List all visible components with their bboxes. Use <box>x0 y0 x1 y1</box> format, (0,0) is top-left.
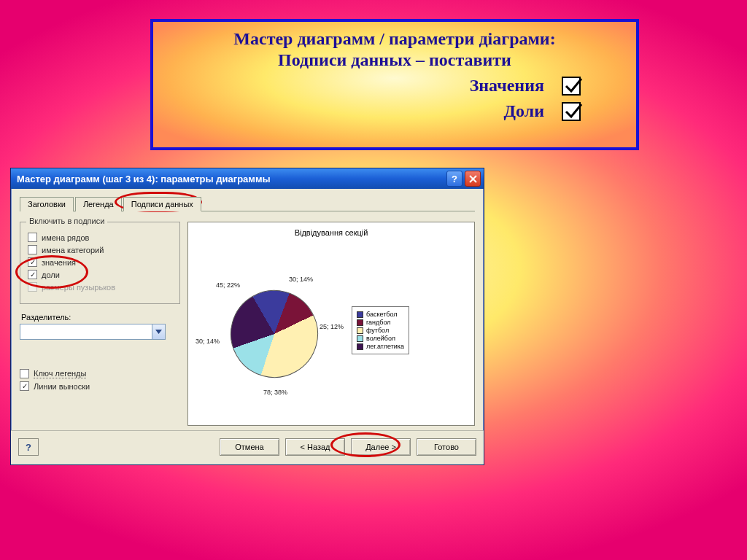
opt-leader-lines[interactable]: ✓ Линии выноски <box>20 381 180 391</box>
opt-bubble-sizes: размеры пузырьков <box>28 282 172 292</box>
titlebar-close-button[interactable] <box>465 171 481 187</box>
titlebar: Мастер диаграмм (шаг 3 из 4): параметры … <box>11 168 484 189</box>
opt-leader-label: Линии выноски <box>34 382 90 391</box>
tab-legend[interactable]: Легенда <box>75 197 122 211</box>
opt-categ-label: имена категорий <box>42 246 104 254</box>
chart-wizard-dialog: Мастер диаграмм (шаг 3 из 4): параметры … <box>10 168 484 465</box>
panel-pct-checkbox <box>562 102 581 121</box>
slice-label: 30; 14% <box>289 276 313 283</box>
include-labels-group: Включить в подписи имена рядов имена кат… <box>20 222 180 304</box>
slice-label: 25; 12% <box>320 323 344 330</box>
help-button[interactable]: ? <box>18 438 39 456</box>
opt-values-label: значения <box>42 258 76 267</box>
legend: баскетбол гандбол футбол волейбол лег.ат… <box>352 306 409 354</box>
legend-item: лег.атлетика <box>366 343 404 350</box>
dialog-title: Мастер диаграмм (шаг 3 из 4): параметры … <box>17 174 444 184</box>
checkbox-icon <box>28 233 37 242</box>
panel-values-label: Значения <box>442 76 544 96</box>
legend-item: футбол <box>366 327 389 334</box>
opt-series-label: имена рядов <box>42 233 89 242</box>
panel-line2: Подписи данных – поставити <box>165 50 624 70</box>
instruction-panel: Мастер диаграмм / параметри діаграми: По… <box>150 19 639 150</box>
legend-item: гандбол <box>366 319 391 326</box>
slice-label: 45; 22% <box>216 281 240 289</box>
checkbox-icon <box>28 245 37 254</box>
panel-values-checkbox <box>562 77 581 96</box>
checkbox-icon: ✓ <box>28 257 37 267</box>
opt-percent[interactable]: ✓ доли <box>28 270 172 279</box>
checkbox-icon <box>28 282 37 292</box>
opt-legend-key-label: Ключ легенды <box>34 369 86 378</box>
tab-data-labels[interactable]: Подписи данных <box>123 197 201 211</box>
panel-row-values: Значения <box>165 76 624 96</box>
pie-chart: 30; 14% 25; 12% 78; 38% 30; 14% 45; 22% <box>194 254 347 407</box>
swatch <box>357 327 363 334</box>
checkbox-icon <box>20 369 29 378</box>
opt-bubble-label: размеры пузырьков <box>42 283 115 292</box>
separator-label: Разделитель: <box>21 313 180 322</box>
swatch <box>357 343 363 350</box>
opt-category-names[interactable]: имена категорий <box>28 245 172 254</box>
swatch <box>357 319 363 326</box>
opt-values[interactable]: ✓ значения <box>28 257 172 267</box>
svg-text:?: ? <box>26 442 31 453</box>
titlebar-help-button[interactable]: ? <box>446 171 462 187</box>
chart-preview: Відвідування секцій 30; 14% 25; 12% 78; … <box>187 222 475 426</box>
swatch <box>357 311 363 318</box>
next-button[interactable]: Далее > <box>351 438 411 456</box>
button-bar: ? Отмена < Назад Далее > Готово <box>11 430 484 464</box>
opt-legend-key[interactable]: Ключ легенды <box>20 369 180 378</box>
tabs: Заголовки Легенда Подписи данных <box>20 196 475 211</box>
panel-line1: Мастер диаграмм / параметри діаграми: <box>165 29 624 49</box>
separator-combo[interactable] <box>20 324 166 340</box>
legend-item: волейбол <box>366 335 395 342</box>
panel-pct-label: Доли <box>442 101 544 121</box>
slice-label: 78; 38% <box>263 389 287 396</box>
chart-title: Відвідування секцій <box>194 228 468 237</box>
checkbox-icon: ✓ <box>28 270 37 279</box>
checkbox-icon: ✓ <box>20 381 29 391</box>
slice-label: 30; 14% <box>196 338 220 345</box>
legend-item: баскетбол <box>366 311 398 318</box>
swatch <box>357 335 363 342</box>
tab-titles[interactable]: Заголовки <box>20 197 74 211</box>
pie-graphic <box>214 274 334 394</box>
back-button[interactable]: < Назад <box>285 438 345 456</box>
cancel-button[interactable]: Отмена <box>220 438 279 456</box>
panel-row-pct: Доли <box>165 101 624 121</box>
lower-options: Ключ легенды ✓ Линии выноски <box>20 369 180 391</box>
opt-pct-label: доли <box>42 271 60 279</box>
group-title: Включить в подписи <box>26 217 107 225</box>
opt-series-names[interactable]: имена рядов <box>28 233 172 242</box>
options-column: Включить в подписи имена рядов имена кат… <box>20 222 180 426</box>
chevron-down-icon <box>152 324 165 339</box>
finish-button[interactable]: Готово <box>417 438 476 456</box>
